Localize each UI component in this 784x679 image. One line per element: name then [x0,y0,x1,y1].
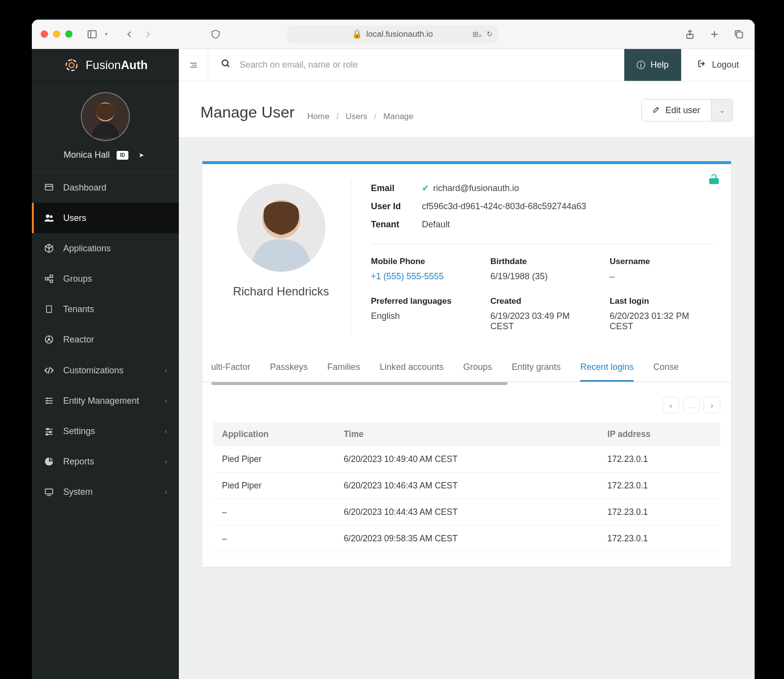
collapse-sidebar-button[interactable] [179,49,208,81]
tab-multi-factor[interactable]: ulti-Factor [211,357,250,382]
value-mobile-phone[interactable]: +1 (555) 555-5555 [371,271,476,282]
edit-user-dropdown[interactable]: ⌄ [711,99,733,121]
edit-user-label: Edit user [665,105,700,116]
value-last-login: 6/20/2023 01:32 PM CEST [610,311,714,332]
shield-icon[interactable] [209,27,222,41]
svg-point-9 [76,64,78,66]
sidebar-item-groups[interactable]: Groups [32,264,179,294]
sidebar-toggle-icon[interactable] [85,27,99,41]
label-username: Username [610,257,714,267]
edit-user-button[interactable]: Edit user [641,99,711,121]
tab-entity-grants[interactable]: Entity grants [512,357,561,382]
value-birthdate: 6/19/1988 (35) [490,271,595,282]
browser-window: ▾ 🔒 local.fusionauth.io ⊞ₐ ↻ [32,20,755,679]
address-bar[interactable]: 🔒 local.fusionauth.io ⊞ₐ ↻ [287,25,498,43]
pager-next[interactable]: › [704,397,720,413]
window-close-dot[interactable] [41,30,48,38]
unlock-icon[interactable] [708,173,720,189]
sidebar-item-reactor[interactable]: Reactor [32,324,179,355]
svg-point-30 [48,339,49,340]
label-created: Created [490,296,595,306]
dashboard-icon [44,183,54,193]
svg-rect-0 [88,30,97,38]
profile-avatar[interactable] [81,92,130,141]
value-tenant: Default [422,219,450,230]
sidebar-item-label: Reactor [63,335,94,345]
label-last-login: Last login [610,296,714,306]
help-button[interactable]: ⓘ Help [624,49,681,81]
tab-passkeys[interactable]: Passkeys [270,357,308,382]
svg-rect-5 [736,32,742,38]
nav-back-icon[interactable] [122,27,136,41]
id-card-icon[interactable]: ID [117,151,128,160]
cell-ip: 172.23.0.1 [599,473,720,499]
browser-chrome: ▾ 🔒 local.fusionauth.io ⊞ₐ ↻ [32,20,755,49]
sidebar-item-dashboard[interactable]: Dashboard [32,172,179,203]
search-icon [221,59,231,71]
chevron-left-icon: ‹ [165,427,167,435]
search-input[interactable] [240,60,612,70]
address-text: local.fusionauth.io [366,29,433,39]
sidebar-item-reports[interactable]: Reports‹ [32,446,179,477]
table-row: Pied Piper6/20/2023 10:49:40 AM CEST172.… [213,446,720,473]
svg-point-7 [69,62,74,67]
sidebar-item-customizations[interactable]: Customizations‹ [32,355,179,386]
breadcrumb-item[interactable]: Users [345,112,367,121]
logout-button[interactable]: Logout [681,49,755,81]
window-minimize-dot[interactable] [53,30,60,38]
nav-forward-icon[interactable] [141,27,155,41]
app-shell: FusionAuth Monica Hall ID ➤ DashboardUse… [32,49,755,679]
label-mobile-phone: Mobile Phone [371,257,476,267]
sidebar-item-users[interactable]: Users [32,203,179,233]
svg-rect-13 [46,184,53,190]
window-zoom-dot[interactable] [65,30,73,38]
cell-time: 6/20/2023 10:46:43 AM CEST [335,473,598,499]
tabs-overview-icon[interactable] [732,27,746,41]
col-time: Time [335,422,598,446]
settings-icon [44,426,54,436]
breadcrumb-item: Manage [383,112,413,121]
share-icon[interactable] [683,27,697,41]
pager: ‹ ... › [213,397,720,413]
svg-point-41 [49,431,51,433]
pager-prev[interactable]: ‹ [662,397,679,413]
tabs-scrollbar[interactable] [211,382,722,385]
cell-application: Pied Piper [213,473,335,499]
sidebar-item-entity-management[interactable]: Entity Management‹ [32,386,179,416]
brand: FusionAuth [32,49,179,81]
reactor-icon [44,335,54,344]
tab-families[interactable]: Families [327,357,360,382]
label-user-id: User Id [371,201,410,212]
table-row: –6/20/2023 09:58:35 AM CEST172.23.0.1 [213,526,720,552]
sidebar-item-applications[interactable]: Applications [32,233,179,264]
breadcrumb-item[interactable]: Home [307,112,329,121]
sidebar-item-label: Tenants [63,304,94,315]
users-icon [44,213,54,223]
sidebar-item-settings[interactable]: Settings‹ [32,416,179,446]
tab-consent[interactable]: Conse [653,357,679,382]
new-tab-icon[interactable] [708,27,721,41]
sidebar-item-tenants[interactable]: Tenants [32,294,179,324]
location-arrow-icon[interactable]: ➤ [135,151,147,160]
label-birthdate: Birthdate [490,257,595,267]
sidebar-item-label: Dashboard [63,183,106,193]
cell-ip: 172.23.0.1 [599,499,720,526]
chevron-down-icon[interactable]: ▾ [105,31,108,37]
page-title: Manage User [200,103,294,121]
content-area: Richard Hendricks Email ✔richard@fusiona… [179,138,755,679]
refresh-icon[interactable]: ↻ [487,30,493,39]
svg-point-43 [46,434,48,435]
help-icon: ⓘ [637,59,645,71]
breadcrumb-sep: / [336,112,339,121]
tab-groups[interactable]: Groups [463,357,492,382]
topbar: ⓘ Help Logout [179,49,755,81]
reports-icon [44,457,54,466]
tab-recent-logins[interactable]: Recent logins [580,357,634,382]
translate-icon[interactable]: ⊞ₐ [472,30,482,39]
profile-name: Monica Hall [64,150,110,160]
sidebar-item-label: Groups [63,274,92,284]
tab-linked-accounts[interactable]: Linked accounts [380,357,443,382]
chevron-left-icon: ‹ [165,366,167,374]
cell-time: 6/20/2023 09:58:35 AM CEST [335,526,598,552]
sidebar-item-system[interactable]: System‹ [32,477,179,507]
